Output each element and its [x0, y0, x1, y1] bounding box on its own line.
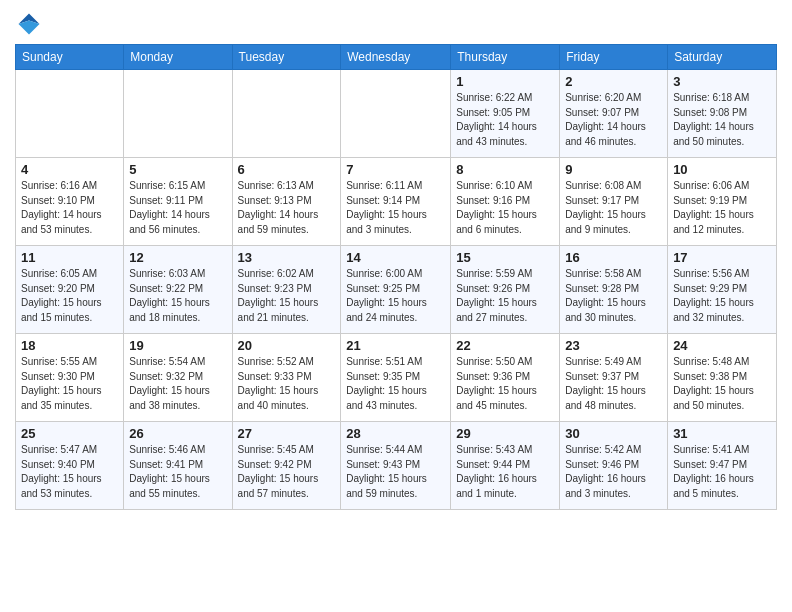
day-number: 25 — [21, 426, 118, 441]
calendar-cell: 4Sunrise: 6:16 AMSunset: 9:10 PMDaylight… — [16, 158, 124, 246]
weekday-header-saturday: Saturday — [668, 45, 777, 70]
day-info: Sunrise: 5:58 AMSunset: 9:28 PMDaylight:… — [565, 267, 662, 325]
calendar-cell: 9Sunrise: 6:08 AMSunset: 9:17 PMDaylight… — [560, 158, 668, 246]
day-info: Sunrise: 5:48 AMSunset: 9:38 PMDaylight:… — [673, 355, 771, 413]
day-info: Sunrise: 5:43 AMSunset: 9:44 PMDaylight:… — [456, 443, 554, 501]
calendar-cell: 23Sunrise: 5:49 AMSunset: 9:37 PMDayligh… — [560, 334, 668, 422]
day-number: 7 — [346, 162, 445, 177]
day-number: 22 — [456, 338, 554, 353]
day-number: 14 — [346, 250, 445, 265]
weekday-header-friday: Friday — [560, 45, 668, 70]
day-number: 5 — [129, 162, 226, 177]
day-number: 21 — [346, 338, 445, 353]
day-info: Sunrise: 6:02 AMSunset: 9:23 PMDaylight:… — [238, 267, 336, 325]
calendar-cell: 28Sunrise: 5:44 AMSunset: 9:43 PMDayligh… — [341, 422, 451, 510]
weekday-header-tuesday: Tuesday — [232, 45, 341, 70]
calendar-cell: 7Sunrise: 6:11 AMSunset: 9:14 PMDaylight… — [341, 158, 451, 246]
day-number: 24 — [673, 338, 771, 353]
calendar-cell — [16, 70, 124, 158]
calendar-table: SundayMondayTuesdayWednesdayThursdayFrid… — [15, 44, 777, 510]
day-number: 13 — [238, 250, 336, 265]
day-info: Sunrise: 6:16 AMSunset: 9:10 PMDaylight:… — [21, 179, 118, 237]
day-info: Sunrise: 6:18 AMSunset: 9:08 PMDaylight:… — [673, 91, 771, 149]
weekday-header-wednesday: Wednesday — [341, 45, 451, 70]
calendar-cell: 27Sunrise: 5:45 AMSunset: 9:42 PMDayligh… — [232, 422, 341, 510]
day-number: 6 — [238, 162, 336, 177]
calendar-cell: 14Sunrise: 6:00 AMSunset: 9:25 PMDayligh… — [341, 246, 451, 334]
calendar-cell: 24Sunrise: 5:48 AMSunset: 9:38 PMDayligh… — [668, 334, 777, 422]
calendar-cell: 25Sunrise: 5:47 AMSunset: 9:40 PMDayligh… — [16, 422, 124, 510]
day-info: Sunrise: 5:54 AMSunset: 9:32 PMDaylight:… — [129, 355, 226, 413]
day-info: Sunrise: 5:42 AMSunset: 9:46 PMDaylight:… — [565, 443, 662, 501]
day-number: 31 — [673, 426, 771, 441]
calendar-cell: 29Sunrise: 5:43 AMSunset: 9:44 PMDayligh… — [451, 422, 560, 510]
calendar-cell: 1Sunrise: 6:22 AMSunset: 9:05 PMDaylight… — [451, 70, 560, 158]
day-number: 3 — [673, 74, 771, 89]
calendar-week-row: 1Sunrise: 6:22 AMSunset: 9:05 PMDaylight… — [16, 70, 777, 158]
day-info: Sunrise: 5:44 AMSunset: 9:43 PMDaylight:… — [346, 443, 445, 501]
calendar-cell: 18Sunrise: 5:55 AMSunset: 9:30 PMDayligh… — [16, 334, 124, 422]
weekday-header-row: SundayMondayTuesdayWednesdayThursdayFrid… — [16, 45, 777, 70]
calendar-cell: 11Sunrise: 6:05 AMSunset: 9:20 PMDayligh… — [16, 246, 124, 334]
day-number: 28 — [346, 426, 445, 441]
logo — [15, 10, 45, 38]
day-info: Sunrise: 5:45 AMSunset: 9:42 PMDaylight:… — [238, 443, 336, 501]
day-info: Sunrise: 5:49 AMSunset: 9:37 PMDaylight:… — [565, 355, 662, 413]
day-number: 10 — [673, 162, 771, 177]
day-info: Sunrise: 6:06 AMSunset: 9:19 PMDaylight:… — [673, 179, 771, 237]
day-info: Sunrise: 6:15 AMSunset: 9:11 PMDaylight:… — [129, 179, 226, 237]
calendar-cell: 13Sunrise: 6:02 AMSunset: 9:23 PMDayligh… — [232, 246, 341, 334]
day-number: 29 — [456, 426, 554, 441]
calendar-cell: 26Sunrise: 5:46 AMSunset: 9:41 PMDayligh… — [124, 422, 232, 510]
page: SundayMondayTuesdayWednesdayThursdayFrid… — [0, 0, 792, 612]
calendar-cell — [124, 70, 232, 158]
day-number: 30 — [565, 426, 662, 441]
calendar-week-row: 18Sunrise: 5:55 AMSunset: 9:30 PMDayligh… — [16, 334, 777, 422]
day-number: 11 — [21, 250, 118, 265]
day-info: Sunrise: 5:46 AMSunset: 9:41 PMDaylight:… — [129, 443, 226, 501]
calendar-cell — [232, 70, 341, 158]
weekday-header-thursday: Thursday — [451, 45, 560, 70]
day-info: Sunrise: 6:20 AMSunset: 9:07 PMDaylight:… — [565, 91, 662, 149]
calendar-cell: 22Sunrise: 5:50 AMSunset: 9:36 PMDayligh… — [451, 334, 560, 422]
day-number: 23 — [565, 338, 662, 353]
day-number: 18 — [21, 338, 118, 353]
day-number: 12 — [129, 250, 226, 265]
day-info: Sunrise: 5:51 AMSunset: 9:35 PMDaylight:… — [346, 355, 445, 413]
day-number: 4 — [21, 162, 118, 177]
day-number: 27 — [238, 426, 336, 441]
day-number: 2 — [565, 74, 662, 89]
day-info: Sunrise: 5:55 AMSunset: 9:30 PMDaylight:… — [21, 355, 118, 413]
calendar-cell: 21Sunrise: 5:51 AMSunset: 9:35 PMDayligh… — [341, 334, 451, 422]
day-number: 19 — [129, 338, 226, 353]
calendar-cell: 10Sunrise: 6:06 AMSunset: 9:19 PMDayligh… — [668, 158, 777, 246]
day-info: Sunrise: 5:41 AMSunset: 9:47 PMDaylight:… — [673, 443, 771, 501]
day-number: 20 — [238, 338, 336, 353]
weekday-header-monday: Monday — [124, 45, 232, 70]
day-info: Sunrise: 5:47 AMSunset: 9:40 PMDaylight:… — [21, 443, 118, 501]
day-info: Sunrise: 6:03 AMSunset: 9:22 PMDaylight:… — [129, 267, 226, 325]
day-number: 15 — [456, 250, 554, 265]
day-info: Sunrise: 6:13 AMSunset: 9:13 PMDaylight:… — [238, 179, 336, 237]
day-info: Sunrise: 5:56 AMSunset: 9:29 PMDaylight:… — [673, 267, 771, 325]
day-info: Sunrise: 6:08 AMSunset: 9:17 PMDaylight:… — [565, 179, 662, 237]
calendar-week-row: 11Sunrise: 6:05 AMSunset: 9:20 PMDayligh… — [16, 246, 777, 334]
day-number: 1 — [456, 74, 554, 89]
calendar-cell: 15Sunrise: 5:59 AMSunset: 9:26 PMDayligh… — [451, 246, 560, 334]
calendar-cell: 16Sunrise: 5:58 AMSunset: 9:28 PMDayligh… — [560, 246, 668, 334]
day-number: 16 — [565, 250, 662, 265]
calendar-cell: 3Sunrise: 6:18 AMSunset: 9:08 PMDaylight… — [668, 70, 777, 158]
calendar-cell: 8Sunrise: 6:10 AMSunset: 9:16 PMDaylight… — [451, 158, 560, 246]
day-number: 8 — [456, 162, 554, 177]
day-number: 17 — [673, 250, 771, 265]
day-info: Sunrise: 6:05 AMSunset: 9:20 PMDaylight:… — [21, 267, 118, 325]
calendar-week-row: 25Sunrise: 5:47 AMSunset: 9:40 PMDayligh… — [16, 422, 777, 510]
day-info: Sunrise: 5:52 AMSunset: 9:33 PMDaylight:… — [238, 355, 336, 413]
calendar-cell: 19Sunrise: 5:54 AMSunset: 9:32 PMDayligh… — [124, 334, 232, 422]
day-info: Sunrise: 6:11 AMSunset: 9:14 PMDaylight:… — [346, 179, 445, 237]
calendar-cell: 12Sunrise: 6:03 AMSunset: 9:22 PMDayligh… — [124, 246, 232, 334]
day-info: Sunrise: 6:00 AMSunset: 9:25 PMDaylight:… — [346, 267, 445, 325]
header — [15, 10, 777, 38]
calendar-cell: 20Sunrise: 5:52 AMSunset: 9:33 PMDayligh… — [232, 334, 341, 422]
day-info: Sunrise: 6:22 AMSunset: 9:05 PMDaylight:… — [456, 91, 554, 149]
